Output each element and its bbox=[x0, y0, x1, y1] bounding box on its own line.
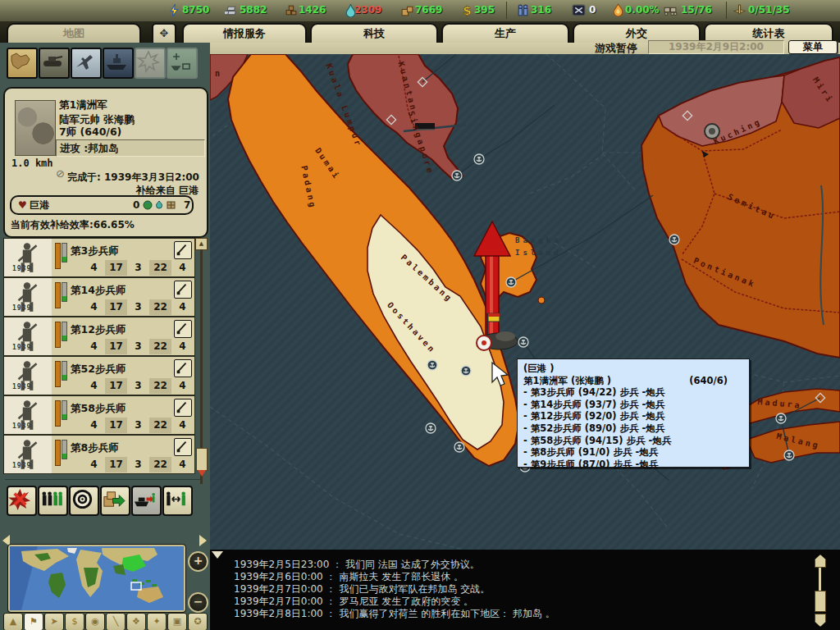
map-mode-supply[interactable]: ✦ bbox=[147, 613, 167, 630]
naval-transport-button bbox=[131, 486, 162, 516]
division-row[interactable]: 1939 第52步兵师 4 17 3 22 4 bbox=[3, 356, 195, 395]
sea-label: Island bbox=[515, 249, 562, 257]
strength-bar bbox=[55, 243, 61, 269]
minimap-world bbox=[10, 546, 184, 610]
division-row[interactable]: 1939 第12步兵师 4 17 3 22 4 bbox=[3, 317, 195, 356]
supply-right-value: 7 bbox=[184, 197, 190, 213]
stat-value: 4 bbox=[83, 418, 105, 433]
map-view-button[interactable] bbox=[7, 48, 38, 79]
convoys-icon bbox=[664, 3, 678, 17]
red-x-icon bbox=[8, 487, 32, 511]
objective-button[interactable] bbox=[69, 486, 99, 516]
division-name: 第14步兵师 bbox=[71, 284, 126, 298]
division-row[interactable]: 1939 第14步兵师 4 17 3 22 4 bbox=[3, 277, 195, 317]
tooltip-row: - 第58步兵师 (94/15) 步兵 -炮兵 bbox=[523, 435, 749, 447]
map-mode-units[interactable]: ❖ bbox=[126, 613, 146, 630]
map-mode-resource[interactable]: ◉ bbox=[85, 613, 105, 630]
map-mode-province[interactable]: ➤ bbox=[44, 613, 64, 630]
tooltip-row: - 第12步兵师 (92/0) 步兵 -炮兵 bbox=[523, 410, 749, 422]
resource-bar: 8750 5882 1426 2309 7669 $ 395 316 0 0.0… bbox=[0, 0, 840, 22]
log-scroll-down[interactable] bbox=[815, 614, 826, 627]
reorganize-button[interactable] bbox=[38, 486, 68, 516]
supply-transfer-button[interactable] bbox=[100, 486, 130, 516]
stat-value: 17 bbox=[105, 299, 127, 315]
menu-button[interactable]: 菜单 bbox=[788, 40, 838, 54]
tab-technology[interactable]: 科技 bbox=[310, 23, 438, 43]
log-scroll-track[interactable] bbox=[819, 568, 821, 591]
split-army-button[interactable] bbox=[162, 486, 193, 516]
army-tooltip: (巨港 ) 第1满洲军 (张海鹏 ) (640/6) - 第3步兵师 (94/2… bbox=[517, 358, 750, 468]
soldiers-icon bbox=[39, 487, 63, 511]
stat-value: 22 bbox=[149, 339, 171, 354]
map-mode-weather[interactable]: ╲ bbox=[106, 613, 126, 630]
division-detail-button[interactable] bbox=[174, 359, 192, 377]
supply-route-row[interactable]: ♥ 巨港 0 7 bbox=[10, 195, 194, 215]
map-mode-political[interactable]: ⚑ bbox=[24, 613, 43, 630]
land-units-button[interactable] bbox=[39, 48, 70, 79]
strength-bar bbox=[55, 322, 61, 348]
stat-value: 17 bbox=[105, 339, 127, 354]
division-name: 第58步兵师 bbox=[71, 402, 126, 416]
map-mode-terrain[interactable]: ▲ bbox=[3, 613, 23, 630]
map-mode-infra[interactable]: ▣ bbox=[167, 613, 187, 630]
strength-bar bbox=[55, 282, 61, 308]
list-scroll-thumb[interactable] bbox=[196, 448, 208, 471]
stat-value: 22 bbox=[149, 418, 171, 433]
convoys-value: 15/76 bbox=[681, 4, 712, 16]
map-mode-victory[interactable]: ✪ bbox=[188, 613, 208, 630]
minimap[interactable] bbox=[8, 545, 185, 612]
division-detail-button[interactable] bbox=[174, 281, 192, 299]
list-scroll-up[interactable]: ▲ bbox=[195, 238, 208, 250]
stat-value: 3 bbox=[127, 457, 149, 472]
division-year: 1939 bbox=[12, 422, 31, 430]
transport-ship-icon bbox=[133, 487, 157, 511]
current-order: 进攻 :邦加岛 bbox=[56, 139, 205, 157]
naval-units-button[interactable] bbox=[103, 48, 134, 79]
air-capacity-value: 0/51/35 bbox=[748, 4, 790, 16]
air-units-button[interactable] bbox=[71, 48, 102, 79]
rare-materials-icon bbox=[285, 3, 299, 17]
transports-icon bbox=[572, 3, 586, 17]
stat-value: 17 bbox=[105, 457, 127, 472]
division-row[interactable]: 1939 第3步兵师 4 17 3 22 4 bbox=[3, 238, 195, 277]
map-viewport[interactable]: n Kuala Lumpur Kuantan Singapore Dumai P… bbox=[210, 54, 840, 550]
division-detail-button[interactable] bbox=[174, 438, 192, 456]
tab-map[interactable]: 地图 bbox=[7, 23, 141, 43]
minimap-zoom-out[interactable]: − bbox=[188, 592, 208, 613]
oil-value: 2309 bbox=[354, 4, 381, 16]
org-bar bbox=[62, 440, 67, 459]
tab-intelligence[interactable]: 情报服务 bbox=[182, 23, 307, 43]
message-log[interactable]: 1939年2月5日23:00 ： 我们同 法国 达成了外交协议。 1939年2月… bbox=[210, 550, 840, 630]
divider bbox=[5, 479, 202, 480]
division-detail-button[interactable] bbox=[174, 320, 192, 338]
battles-button bbox=[135, 48, 166, 79]
division-detail-button[interactable] bbox=[174, 241, 192, 259]
stat-value: 3 bbox=[127, 339, 149, 354]
dissent-icon bbox=[611, 3, 625, 17]
split-merge-icon bbox=[164, 487, 188, 511]
division-row[interactable]: 1939 第58步兵师 4 17 3 22 4 bbox=[3, 395, 195, 435]
map-mode-economy[interactable]: $ bbox=[65, 613, 84, 630]
rifle-icon bbox=[175, 360, 189, 375]
org-bar bbox=[62, 361, 67, 381]
division-row[interactable]: 1939 第8步兵师 4 17 3 22 4 bbox=[3, 435, 195, 474]
unit-speed: 1.0 kmh bbox=[11, 158, 53, 169]
tab-production[interactable]: 生产 bbox=[441, 23, 569, 43]
list-scroll-down[interactable] bbox=[198, 470, 206, 477]
log-scroll-up[interactable] bbox=[815, 555, 826, 568]
disband-button[interactable] bbox=[7, 486, 37, 516]
svg-text:$: $ bbox=[463, 3, 471, 17]
stat-value: 4 bbox=[171, 457, 194, 472]
scroll-right-arrow[interactable] bbox=[199, 535, 207, 546]
division-detail-button[interactable] bbox=[174, 399, 192, 417]
log-collapse-arrow[interactable] bbox=[212, 551, 223, 559]
stat-value: 4 bbox=[171, 339, 194, 354]
log-scroll-thumb[interactable] bbox=[815, 591, 826, 612]
tooltip-row: - 第8步兵师 (91/0) 步兵 -炮兵 bbox=[523, 446, 749, 459]
crate-arrow-icon bbox=[102, 487, 126, 511]
minimap-zoom-in[interactable]: + bbox=[188, 551, 208, 572]
stat-value: 3 bbox=[127, 418, 149, 433]
stat-value: 22 bbox=[149, 378, 171, 394]
money-icon: $ bbox=[460, 3, 474, 17]
army-name: 第1满洲军 bbox=[59, 98, 107, 112]
